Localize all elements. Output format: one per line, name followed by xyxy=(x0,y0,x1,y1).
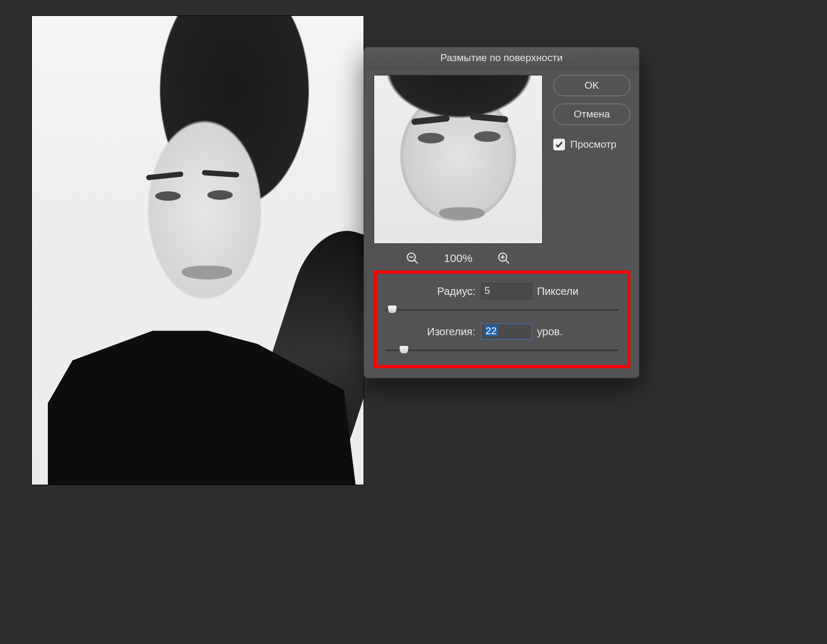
preview-area[interactable] xyxy=(374,75,543,244)
document-canvas[interactable] xyxy=(32,16,364,485)
highlighted-controls: Радиус: 5 Пиксели Изогелия: 22 уров. xyxy=(374,270,630,368)
zoom-out-icon[interactable] xyxy=(406,251,419,265)
threshold-slider[interactable] xyxy=(385,345,619,355)
threshold-input[interactable]: 22 xyxy=(481,324,532,340)
svg-line-4 xyxy=(505,260,509,264)
preview-checkbox-row[interactable]: Просмотр xyxy=(553,139,630,150)
radius-slider[interactable] xyxy=(385,304,619,315)
svg-line-1 xyxy=(414,260,418,264)
slider-thumb-icon[interactable] xyxy=(399,345,409,354)
radius-row: Радиус: 5 Пиксели xyxy=(384,283,620,299)
surface-blur-dialog: Размытие по поверхности 100% xyxy=(364,47,639,378)
zoom-level: 100% xyxy=(444,252,472,265)
checkbox-checked-icon[interactable] xyxy=(553,139,565,150)
threshold-unit: уров. xyxy=(537,326,582,338)
radius-unit: Пиксели xyxy=(537,285,582,298)
ok-button[interactable]: OK xyxy=(553,75,630,96)
preview-checkbox-label: Просмотр xyxy=(570,139,617,150)
radius-label: Радиус: xyxy=(423,285,476,298)
slider-thumb-icon[interactable] xyxy=(387,305,397,313)
radius-input[interactable]: 5 xyxy=(481,283,532,299)
threshold-label: Изогелия: xyxy=(423,326,476,338)
dialog-title[interactable]: Размытие по поверхности xyxy=(364,47,639,69)
zoom-in-icon[interactable] xyxy=(497,251,511,265)
threshold-row: Изогелия: 22 уров. xyxy=(384,324,620,340)
cancel-button[interactable]: Отмена xyxy=(553,104,630,125)
